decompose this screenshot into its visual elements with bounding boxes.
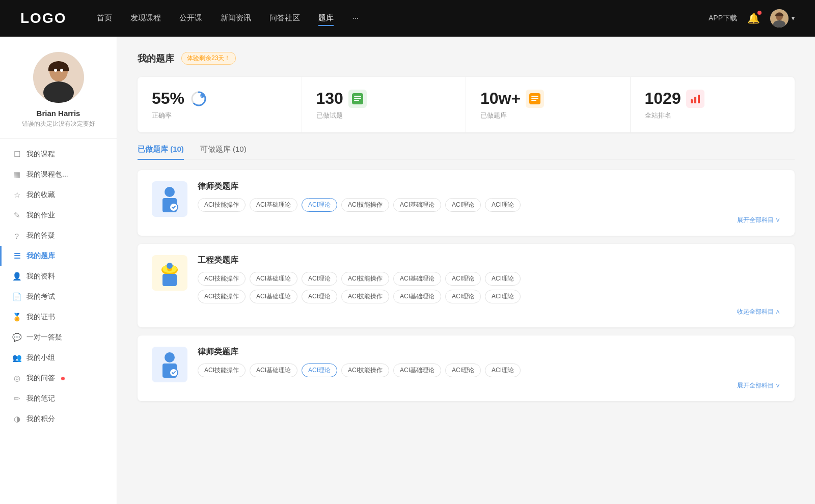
tag-item[interactable]: ACI技能操作 <box>341 198 389 212</box>
tag-item[interactable]: ACI基础理论 <box>250 272 297 286</box>
app-download-link[interactable]: APP下载 <box>709 14 737 23</box>
svg-rect-19 <box>531 100 536 101</box>
tab-available-banks[interactable]: 可做题库 (10) <box>200 145 247 159</box>
nav-discover[interactable]: 发现课程 <box>130 11 161 26</box>
svg-rect-13 <box>354 96 361 97</box>
engineer-icon <box>152 255 187 291</box>
tag-item[interactable]: ACI基础理论 <box>250 198 297 212</box>
profile-motto: 错误的决定比没有决定要好 <box>22 120 95 128</box>
sidebar-item-profile[interactable]: 👤 我的资料 <box>0 266 117 287</box>
sidebar-item-group[interactable]: 👥 我的小组 <box>0 348 117 368</box>
svg-rect-20 <box>691 99 693 103</box>
sidebar-item-my-qa[interactable]: ◎ 我的问答 <box>0 368 117 388</box>
stat-accuracy-value: 55% <box>152 89 184 108</box>
chat-icon: 💬 <box>12 333 21 342</box>
profile-avatar <box>33 52 84 103</box>
sidebar-item-points[interactable]: ◑ 我的积分 <box>0 409 117 429</box>
main-nav: 首页 发现课程 公开课 新闻资讯 问答社区 题库 ··· <box>97 11 709 26</box>
tag-item[interactable]: ACI基础理论 <box>393 363 441 377</box>
stat-rank-value: 1029 <box>645 89 681 108</box>
bank-card-header-3: 律师类题库 ACI技能操作 ACI基础理论 ACI理论 ACI技能操作 ACI基… <box>152 347 780 390</box>
user-avatar-wrap[interactable]: ▾ <box>770 9 795 27</box>
expand-link[interactable]: 展开全部科目 ∨ <box>198 216 780 225</box>
tag-item[interactable]: ACI理论 <box>485 198 521 212</box>
tag-item[interactable]: ACI理论 <box>445 198 481 212</box>
sidebar-item-course-packages[interactable]: ▦ 我的课程包... <box>0 164 117 185</box>
bank-info-3: 律师类题库 ACI技能操作 ACI基础理论 ACI理论 ACI技能操作 ACI基… <box>198 347 780 390</box>
tag-item[interactable]: ACI基础理论 <box>250 290 297 303</box>
tag-item[interactable]: ACI理论 <box>302 272 337 286</box>
nav-home[interactable]: 首页 <box>97 11 112 26</box>
tag-item[interactable]: ACI理论 <box>485 272 521 286</box>
bank-icon: ☰ <box>12 251 21 261</box>
sidebar-item-label: 我的题库 <box>26 251 55 261</box>
avatar <box>770 9 789 27</box>
stat-accuracy: 55% % 正确率 <box>138 77 302 132</box>
chevron-down-icon: ▾ <box>792 15 795 22</box>
tags-row-3: ACI技能操作 ACI基础理论 ACI理论 ACI技能操作 ACI基础理论 AC… <box>198 363 780 377</box>
nav-qa[interactable]: 问答社区 <box>269 11 300 26</box>
tag-item[interactable]: ACI技能操作 <box>341 272 389 286</box>
sidebar-item-notes[interactable]: ✏ 我的笔记 <box>0 388 117 409</box>
stat-rank: 1029 全站排名 <box>631 77 795 132</box>
exam-icon: 📄 <box>12 292 21 301</box>
sidebar-item-one-on-one[interactable]: 💬 一对一答疑 <box>0 327 117 348</box>
sidebar-item-exam[interactable]: 📄 我的考试 <box>0 287 117 307</box>
svg-point-7 <box>60 69 63 72</box>
nav-news[interactable]: 新闻资讯 <box>221 11 251 26</box>
sidebar-item-label: 我的问答 <box>26 374 55 383</box>
bank-card-header-2: 工程类题库 ACI技能操作 ACI基础理论 ACI理论 ACI技能操作 ACI基… <box>152 255 780 316</box>
bank-info-2: 工程类题库 ACI技能操作 ACI基础理论 ACI理论 ACI技能操作 ACI基… <box>198 255 780 316</box>
svg-point-6 <box>54 69 57 72</box>
tag-item[interactable]: ACI理论 <box>445 290 481 303</box>
tabs-row: 已做题库 (10) 可做题库 (10) <box>138 145 795 160</box>
sidebar-item-label: 我的小组 <box>26 353 55 362</box>
tag-item[interactable]: ACI技能操作 <box>198 198 246 212</box>
tag-item[interactable]: ACI理论 <box>445 272 481 286</box>
edit-icon: ✎ <box>12 211 21 220</box>
svg-rect-22 <box>698 95 700 103</box>
tag-item[interactable]: ACI技能操作 <box>198 290 246 303</box>
tag-item[interactable]: ACI技能操作 <box>198 272 246 286</box>
tag-item[interactable]: ACI基础理论 <box>393 198 441 212</box>
tag-item[interactable]: ACI理论 <box>485 363 521 377</box>
notification-bell[interactable]: 🔔 <box>747 12 760 24</box>
logo[interactable]: LOGO <box>20 10 66 26</box>
nav-more[interactable]: ··· <box>352 11 359 26</box>
sidebar: Brian Harris 错误的决定比没有决定要好 ☐ 我的课程 ▦ 我的课程包… <box>0 37 117 504</box>
stat-rank-label: 全站排名 <box>645 111 781 120</box>
star-icon: ☆ <box>12 190 21 200</box>
svg-rect-21 <box>694 97 696 103</box>
sidebar-item-qa[interactable]: ? 我的答疑 <box>0 226 117 246</box>
tag-item[interactable]: ACI基础理论 <box>250 363 297 377</box>
sidebar-item-bank[interactable]: ☰ 我的题库 <box>0 246 117 266</box>
tag-item[interactable]: ACI技能操作 <box>198 363 246 377</box>
tag-item[interactable]: ACI基础理论 <box>393 290 441 303</box>
tag-item[interactable]: ACI理论 <box>302 290 337 303</box>
main-header: LOGO 首页 发现课程 公开课 新闻资讯 问答社区 题库 ··· APP下载 … <box>0 0 815 37</box>
sidebar-item-my-courses[interactable]: ☐ 我的课程 <box>0 144 117 164</box>
nav-open-course[interactable]: 公开课 <box>179 11 202 26</box>
svg-point-30 <box>167 263 173 269</box>
bank-card-header: 律师类题库 ACI技能操作 ACI基础理论 ACI理论 ACI技能操作 ACI基… <box>152 181 780 225</box>
group-icon: 👥 <box>12 353 21 362</box>
sidebar-item-favorites[interactable]: ☆ 我的收藏 <box>0 185 117 205</box>
svg-point-5 <box>43 81 74 103</box>
chart-icon: ▦ <box>12 170 21 179</box>
tag-item[interactable]: ACI基础理论 <box>393 272 441 286</box>
tag-item-active[interactable]: ACI理论 <box>302 363 337 377</box>
collapse-link[interactable]: 收起全部科目 ∧ <box>198 307 780 316</box>
nav-bank[interactable]: 题库 <box>318 11 334 26</box>
tab-done-banks[interactable]: 已做题库 (10) <box>138 145 184 159</box>
sidebar-item-label: 我的积分 <box>26 414 55 424</box>
tag-item[interactable]: ACI技能操作 <box>341 290 389 303</box>
sidebar-item-cert[interactable]: 🏅 我的证书 <box>0 307 117 327</box>
tag-item-active[interactable]: ACI理论 <box>302 198 337 212</box>
tag-item[interactable]: ACI理论 <box>445 363 481 377</box>
sidebar-item-homework[interactable]: ✎ 我的作业 <box>0 205 117 226</box>
tag-item[interactable]: ACI技能操作 <box>341 363 389 377</box>
stats-row: 55% % 正确率 130 <box>138 77 795 132</box>
stat-done-questions-value: 130 <box>316 89 343 108</box>
expand-link-3[interactable]: 展开全部科目 ∨ <box>198 381 780 390</box>
tag-item[interactable]: ACI理论 <box>485 290 521 303</box>
